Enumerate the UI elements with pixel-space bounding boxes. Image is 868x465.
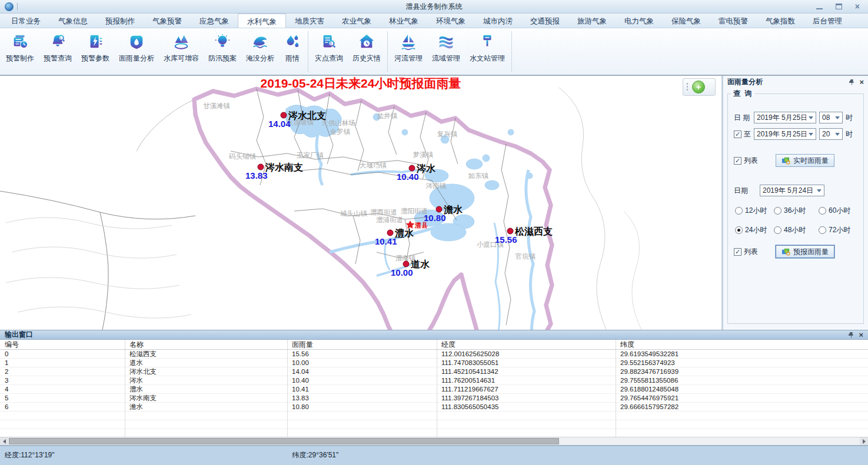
toolbar-button-label: 预警查询 [44,53,72,63]
menu-item-6[interactable]: 水利气象 [238,14,286,28]
toolbar-button-disaster-search[interactable]: 灾点查询 [310,30,348,73]
menu-item-17[interactable]: 气象指数 [757,14,804,28]
panel-close-icon[interactable] [859,79,864,86]
duration-option-1[interactable]: 12小时 [735,206,774,216]
menu-item-4[interactable]: 气象预警 [144,14,191,28]
scroll-left-icon[interactable] [0,437,8,445]
menu-item-8[interactable]: 农业气象 [333,14,380,28]
table-row[interactable]: 2涔水北支14.04111.45210541134229.88234767169… [0,367,868,376]
table-row[interactable]: 0松滋西支15.56112.00162562502829.61935495322… [0,350,868,359]
start-hour-value: 08 [822,113,833,122]
station-dot-icon [258,164,264,170]
menu-item-2[interactable]: 气象信息 [49,14,97,28]
chevron-down-icon [835,133,840,136]
realtime-list-checkbox[interactable] [734,157,741,165]
realtime-rain-button[interactable]: 实时面雨量 [776,154,834,167]
toolbar-button-history[interactable]: 历史灾情 [348,30,385,73]
menu-item-12[interactable]: 交通预报 [521,14,568,28]
station-marker[interactable]: 澧水10.41 [375,228,414,246]
toolbar-button-alert-params[interactable]: 预警参数 [77,30,114,73]
duration-options: 12小时36小时60小时24小时48小时72小时 [735,206,857,235]
close-icon[interactable] [855,4,860,10]
toolbar-button-basin[interactable]: 流域管理 [427,30,465,73]
menu-item-13[interactable]: 旅游气象 [568,14,616,28]
menu-item-5[interactable]: 应急气象 [191,14,238,28]
toolbar-button-reservoir[interactable]: 水库可增容 [159,30,204,73]
station-marker[interactable]: 松滋西支15.56 [495,226,553,245]
menu-item-3[interactable]: 预报制作 [97,14,144,28]
table-cell [616,420,868,429]
duration-option-3[interactable]: 60小时 [819,206,857,216]
station-marker[interactable]: 道水10.00 [391,259,430,277]
menu-item-15[interactable]: 保险气象 [663,14,710,28]
table-row[interactable]: 5涔水南支13.83111.39726718450329.76544769759… [0,394,868,403]
inundation-icon [251,33,269,51]
table-cell: 涔水南支 [125,394,288,403]
menu-item-1[interactable]: 日常业务 [2,14,49,28]
column-header-4[interactable]: 经度 [437,340,616,350]
menu-item-9[interactable]: 林业气象 [380,14,427,28]
radio-unselected-icon[interactable] [774,226,781,234]
toolbar-button-alert-search[interactable]: 预警查询 [39,30,77,73]
toolbar-button-hydrostation[interactable]: 水文站管理 [465,30,510,73]
scroll-right-icon[interactable] [860,437,868,445]
menu-item-14[interactable]: 电力气象 [616,14,663,28]
end-hour-select[interactable]: 20 [819,128,843,140]
station-marker[interactable]: 涔水南支13.83 [245,162,303,180]
table-cell: 10.40 [288,376,437,385]
table-row[interactable]: 6澹水10.80111.83056505043529.6666157957282 [0,403,868,412]
column-header-2[interactable]: 名称 [125,340,288,350]
station-name: 涔水北支 [288,111,326,121]
scrollbar-thumb[interactable] [9,438,559,444]
town-label: 甘溪滩镇 [203,102,231,109]
radio-unselected-icon[interactable] [735,207,743,215]
duration-option-5[interactable]: 48小时 [774,225,819,235]
county-map[interactable]: 甘溪滩镇天供山林场金罗镇盐井镇复兴镇码头铺镇王家厂镇大堰垱镇梦溪镇涔南镇如东镇城… [0,76,721,330]
forecast-list-checkbox[interactable] [734,248,741,256]
forecast-rain-button[interactable]: 预报面雨量 [776,245,834,258]
pin-icon[interactable] [849,79,854,86]
duration-option-6[interactable]: 72小时 [819,225,857,235]
toolbar-button-river[interactable]: 河流管理 [390,30,427,73]
menu-item-16[interactable]: 雷电预警 [710,14,757,28]
radio-unselected-icon[interactable] [819,207,826,215]
toolbar-button-label: 河流管理 [394,53,423,63]
output-close-icon[interactable] [859,332,863,339]
toolbar-button-rain[interactable]: 雨情 [279,30,306,73]
table-row[interactable]: 4澧水10.41111.71121966762729.6188012485048 [0,385,868,394]
zoom-in-button[interactable] [692,81,705,93]
horizontal-scrollbar[interactable] [0,437,868,445]
table-row[interactable]: 1道水10.00111.74708305505129.552156374923 [0,359,868,367]
start-date-select[interactable]: 2019年 5月25日 [754,112,816,123]
toolbar-button-alert-edit[interactable]: 预警制作 [1,30,39,73]
status-bar: 经度:112°13'19" 纬度:29°36'51" [0,445,868,465]
toolbar-button-rain-analysis[interactable]: 面雨量分析 [114,30,159,73]
maximize-icon[interactable] [836,4,842,9]
map-area[interactable]: 甘溪滩镇天供山林场金罗镇盐井镇复兴镇码头铺镇王家厂镇大堰垱镇梦溪镇涔南镇如东镇城… [0,75,721,330]
menu-item-10[interactable]: 环境气象 [427,14,474,28]
menu-item-18[interactable]: 后台管理 [804,14,851,28]
start-hour-select[interactable]: 08 [819,112,843,123]
end-date-select[interactable]: 2019年 5月25日 [754,128,816,140]
column-header-5[interactable]: 纬度 [616,340,868,350]
table-cell: 2 [0,367,125,376]
menu-item-7[interactable]: 地质灾害 [286,14,333,28]
column-header-3[interactable]: 面雨量 [288,340,437,350]
table-cell [288,420,437,429]
drag-handle-icon[interactable] [686,82,689,92]
duration-option-2[interactable]: 36小时 [774,206,819,216]
column-header-1[interactable]: 编号 [0,340,125,350]
minimize-icon[interactable] [816,4,823,9]
radio-unselected-icon[interactable] [819,226,826,234]
radio-unselected-icon[interactable] [774,207,781,215]
table-cell: 10.80 [288,403,437,412]
menu-item-11[interactable]: 城市内涝 [474,14,521,28]
table-row[interactable]: 3涔水10.40111.7620051463129.7555811355086 [0,376,868,385]
to-checkbox[interactable] [734,131,741,138]
forecast-date-select[interactable]: 2019年 5月24日 [760,185,824,196]
radio-selected-icon[interactable] [735,226,743,234]
toolbar-button-flood-plan[interactable]: 防汛预案 [204,30,241,73]
toolbar-button-inundation[interactable]: 淹没分析 [241,30,279,73]
duration-option-4[interactable]: 24小时 [735,225,774,235]
pin-icon[interactable] [849,332,854,339]
